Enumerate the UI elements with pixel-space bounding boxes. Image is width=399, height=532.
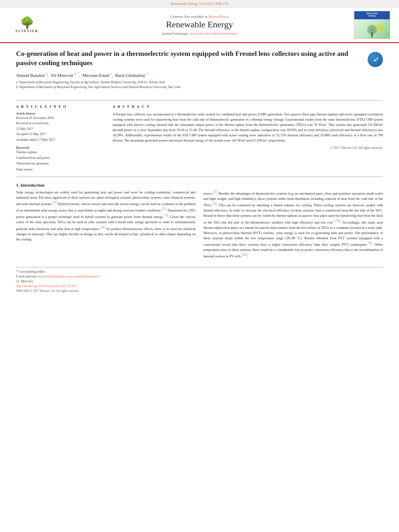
cover-title-text: RenewableEnergy (366, 12, 378, 17)
main-content: Co-generation of heat and power in a the… (0, 43, 399, 301)
journal-header: 🌳 ELSEVIER Contents lists available at S… (0, 8, 399, 43)
date-revised-label: Received in revised form (16, 121, 105, 126)
article-info-header: A R T I C L E I N F O (16, 105, 105, 109)
body-col-left: Solar energy technologies are widely use… (16, 190, 195, 261)
abstract-text: A Fresnel lens collector was incorporate… (113, 112, 383, 144)
keywords-section: Keywords: Thermo-syphon Combined heat an… (16, 146, 105, 173)
author-1-sup: a (46, 72, 48, 76)
ref-3[interactable]: [3] (164, 214, 168, 217)
svg-point-1 (377, 25, 383, 31)
author-abbr: (A. Motevali). (16, 279, 383, 283)
corresponding-author-note: * Corresponding author. (16, 270, 383, 273)
sciencedirect-prefix: Contents lists available at (171, 14, 208, 18)
elsevier-label: ELSEVIER (16, 29, 38, 33)
divider-2 (16, 177, 383, 177)
affiliations: a Department of Biosystem Engineering, F… (16, 80, 364, 90)
citation-text: Renewable Energy 112 (2017) 268–279 (171, 2, 228, 6)
sciencedirect-link[interactable]: ScienceDirect (208, 14, 228, 18)
homepage-prefix: journal homepage: (162, 31, 189, 35)
body-col-right: source [5]. Besides the advantages of th… (204, 190, 383, 261)
abstract-header: A B S T R A C T (113, 105, 383, 109)
article-dates: Received 16 November 2016 Received in re… (16, 115, 105, 143)
author-1: Ahmad Banakar a, (16, 73, 50, 78)
email-note: E-mail addresses: ali.motevali52@yahoo.c… (16, 275, 383, 278)
divider-1 (16, 100, 383, 101)
doi-link[interactable]: http://dx.doi.org/10.1016/j.renene.2017.… (16, 284, 76, 288)
article-info-column: A R T I C L E I N F O Article history: R… (16, 105, 105, 173)
date-revised: 13 May 2017 (16, 126, 105, 132)
body-text-col1: Solar energy technologies are widely use… (16, 190, 195, 242)
copyright-line: © 2017 Elsevier Ltd. All rights reserved… (113, 146, 383, 150)
publisher-logo-area: 🌳 ELSEVIER (5, 14, 49, 36)
author-3: Meysam Emad a, (82, 73, 114, 78)
keyword-3: Thermoelectric generator (16, 161, 105, 166)
email-label: E-mail addresses: (16, 275, 37, 278)
email-1-link[interactable]: ali.motevali52@yahoo.com (38, 275, 72, 278)
ref-9[interactable]: [9] (368, 241, 372, 245)
keyword-4: Solar system (16, 167, 105, 173)
keywords-label: Keywords: (16, 146, 105, 150)
paper-title-text: Co-generation of heat and power in a the… (16, 49, 364, 92)
elsevier-logo: 🌳 ELSEVIER (9, 14, 45, 36)
affil-a-letter: a (16, 80, 18, 85)
ref-10[interactable]: [10] (242, 253, 247, 257)
affil-b-text: Department of Mechanics of Biosystem Eng… (19, 85, 181, 90)
ref-7-8[interactable]: [7,8] (334, 219, 340, 223)
journal-thumbnail: RenewableEnergy (350, 11, 394, 39)
crossmark-badge: ✓ (368, 52, 383, 67)
keyword-1: Thermo-syphon (16, 150, 105, 155)
affiliation-a: a Department of Biosystem Engineering, F… (16, 80, 364, 85)
homepage-link[interactable]: www.elsevier.com/locate/renene (190, 31, 237, 35)
paper-title: Co-generation of heat and power in a the… (16, 49, 364, 68)
body-text-col2: source [5]. Besides the advantages of th… (204, 190, 383, 259)
intro-section-title: 1. Introduction (16, 183, 383, 187)
authors-line: Ahmad Banakar a, Ali Motevali b, *, Meys… (16, 72, 364, 78)
abstract-column: A B S T R A C T A Fresnel lens collector… (113, 105, 383, 173)
crossmark-icon: ✓ (373, 56, 378, 64)
article-history-block: Article history: Received 16 November 20… (16, 112, 105, 143)
author-4: Barat Ghobadian a (115, 73, 148, 78)
history-label: Article history: (16, 112, 105, 115)
journal-cover-image: RenewableEnergy (354, 11, 390, 39)
paper-footer: * Corresponding author. E-mail addresses… (16, 267, 383, 293)
ref-1[interactable]: [1] (53, 201, 56, 204)
paper-title-section: Co-generation of heat and power in a the… (16, 49, 383, 95)
homepage-line: journal homepage: www.elsevier.com/locat… (53, 31, 346, 35)
elsevier-tree-icon: 🌳 (20, 17, 34, 29)
issn-line: 0960-1481/© 2017 Elsevier Ltd. All right… (16, 289, 383, 293)
sciencedirect-line: Contents lists available at ScienceDirec… (53, 14, 346, 18)
ref-2[interactable]: [2] (162, 207, 165, 211)
doi-line: http://dx.doi.org/10.1016/j.renene.2017.… (16, 284, 383, 288)
body-section: 1. Introduction Solar energy technologie… (16, 183, 383, 261)
author-2: Ali Motevali b, *, (51, 73, 82, 78)
ref-6[interactable]: [6] (213, 202, 216, 205)
affil-b-letter: b (16, 85, 18, 90)
affil-a-text: Department of Biosystem Engineering, Fac… (19, 80, 165, 85)
article-info-abstract: A R T I C L E I N F O Article history: R… (16, 105, 383, 173)
date-online: Available online 17 May 2017 (16, 137, 105, 143)
keywords-list: Thermo-syphon Combined heat and power Th… (16, 150, 105, 173)
date-received: Received 16 November 2016 (16, 115, 105, 121)
svg-rect-2 (371, 32, 373, 37)
body-two-col: Solar energy technologies are widely use… (16, 190, 383, 261)
affiliation-b: b Department of Mechanics of Biosystem E… (16, 85, 364, 90)
journal-title: Renewable Energy (53, 19, 346, 30)
journal-citation: Renewable Energy 112 (2017) 268–279 (0, 0, 399, 8)
keyword-2: Combined heat and power (16, 155, 105, 161)
email-2-link[interactable]: a.notevali@sanru.ac.ir (73, 275, 101, 278)
corresponding-label: * Corresponding author. (16, 270, 45, 273)
ref-4[interactable]: [4] (101, 226, 104, 229)
date-accepted: Accepted 15 May 2017 (16, 131, 105, 137)
ref-5[interactable]: [5] (214, 190, 217, 194)
author-4-sup: a (146, 72, 148, 76)
cover-illustration (356, 20, 388, 38)
author-3-sup: a (110, 72, 112, 76)
journal-info-center: Contents lists available at ScienceDirec… (49, 14, 350, 35)
author-2-sup: b, * (74, 72, 79, 76)
